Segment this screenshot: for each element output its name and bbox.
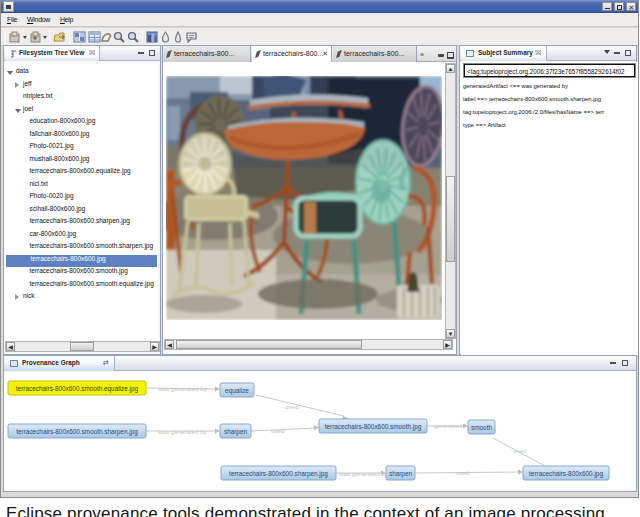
svg-text:sharpen: sharpen bbox=[389, 470, 413, 478]
svg-text:was generated by: was generated by bbox=[157, 428, 208, 435]
svg-text:was generated by: was generated by bbox=[338, 470, 389, 477]
svg-text:used: used bbox=[271, 427, 285, 434]
svg-text:equalize: equalize bbox=[225, 387, 249, 395]
svg-text:generated: generated bbox=[434, 422, 462, 429]
svg-text:used: used bbox=[456, 469, 470, 476]
svg-text:was generated by: was generated by bbox=[157, 385, 208, 392]
svg-text:terracechairs-800x600.smooth.j: terracechairs-800x600.smooth.jpg bbox=[325, 423, 422, 431]
svg-text:sharpen: sharpen bbox=[224, 428, 248, 436]
svg-text:terracechairs-800x600.smooth.e: terracechairs-800x600.smooth.equalize.jp… bbox=[16, 385, 139, 393]
svg-text:terracechairs-800x600.jpg: terracechairs-800x600.jpg bbox=[529, 470, 603, 478]
svg-text:terracechairs-800x600.smooth.s: terracechairs-800x600.smooth.sharpen.jpg bbox=[16, 428, 138, 436]
svg-text:used: used bbox=[285, 403, 299, 410]
svg-text:smooth: smooth bbox=[471, 424, 492, 431]
svg-text:used: used bbox=[513, 447, 527, 454]
svg-text:terracechairs-800x600.sharpen.: terracechairs-800x600.sharpen.jpg bbox=[229, 470, 328, 478]
